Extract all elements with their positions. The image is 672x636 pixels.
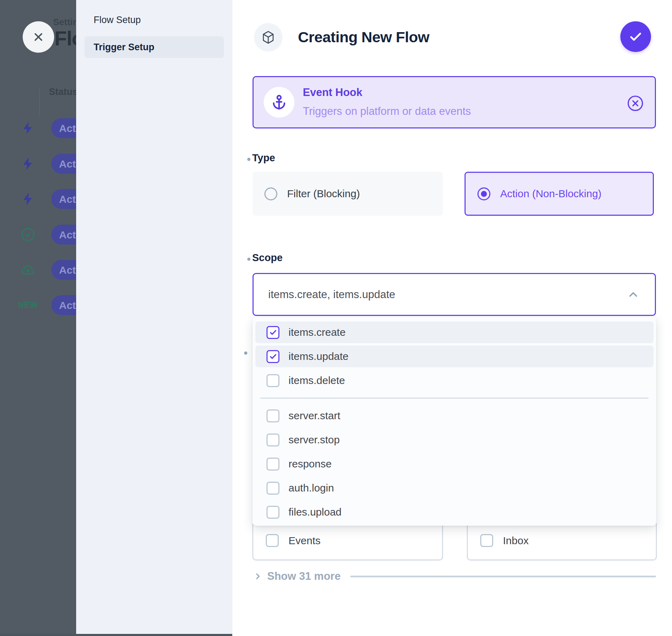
- table-row: Acti: [0, 217, 76, 252]
- type-option-label: Action (Non-Blocking): [500, 188, 601, 200]
- bolt-icon: [20, 120, 36, 136]
- collection-option-inbox[interactable]: Inbox: [467, 521, 657, 560]
- dropdown-divider: [260, 398, 649, 399]
- drawer-title: Creating New Flow: [298, 29, 429, 46]
- scope-option-items-delete[interactable]: items.delete: [255, 370, 653, 391]
- trigger-icon-circle: [264, 87, 294, 118]
- scope-option-auth-login[interactable]: auth.login: [255, 477, 653, 499]
- collection-option-label: Events: [288, 535, 321, 547]
- collection-option-label: Inbox: [503, 535, 528, 547]
- check-icon: [628, 29, 644, 45]
- box-icon: [261, 30, 276, 45]
- table-row: Acti: [0, 111, 76, 146]
- scope-option-response[interactable]: response: [255, 453, 653, 475]
- scope-option-label: auth.login: [288, 482, 334, 494]
- bolt-icon: [20, 191, 36, 207]
- scope-option-label: server.start: [288, 410, 340, 422]
- checkbox-unchecked-icon: [266, 506, 279, 519]
- save-button[interactable]: [620, 21, 651, 52]
- hidden-field-dot: [244, 352, 247, 355]
- nav-item-trigger-setup[interactable]: Trigger Setup: [85, 36, 224, 58]
- checkbox-checked-icon: [266, 326, 279, 339]
- scope-option-label: response: [288, 458, 331, 470]
- show-more-label: Show 31 more: [267, 570, 341, 583]
- status-badge: Acti: [51, 295, 76, 315]
- radio-unchecked-icon: [264, 187, 277, 200]
- status-badge: Acti: [51, 154, 76, 174]
- scope-options-dropdown: items.create items.update items.delete s…: [253, 317, 656, 526]
- table-row: Acti: [0, 146, 76, 181]
- table-row: Acti: [0, 252, 76, 287]
- selected-trigger-card[interactable]: Event Hook Triggers on platform or data …: [253, 76, 656, 128]
- trigger-card-subtitle: Triggers on platform or data events: [303, 105, 471, 118]
- new-label: NEW: [20, 297, 36, 313]
- status-badge: Acti: [51, 260, 76, 280]
- table-row: NEW Acti: [0, 288, 76, 323]
- scope-option-items-update[interactable]: items.update: [255, 346, 653, 367]
- table-row: Acti: [0, 182, 76, 216]
- checkbox-unchecked-icon: [266, 409, 279, 422]
- status-badge: Acti: [51, 189, 76, 209]
- create-flow-drawer: Creating New Flow Event Hook Triggers on…: [232, 0, 672, 636]
- check-circle-icon: [20, 226, 36, 243]
- show-more-button[interactable]: Show 31 more: [253, 568, 656, 585]
- status-badge: Acti: [51, 225, 76, 245]
- nav-item-label: Flow Setup: [94, 15, 141, 25]
- background-page-title: Flo: [54, 27, 76, 50]
- collection-option-events[interactable]: Events: [253, 521, 443, 560]
- status-badge: Acti: [51, 118, 76, 138]
- background-bottom-edge: [0, 634, 232, 636]
- drawer-nav-panel: Flow Setup Trigger Setup: [76, 0, 232, 636]
- status-column-header: Status: [49, 87, 76, 97]
- nav-item-label: Trigger Setup: [94, 42, 154, 53]
- field-edited-dot: [247, 158, 250, 161]
- type-option-filter[interactable]: Filter (Blocking): [253, 172, 443, 216]
- breadcrumb: Settin: [53, 17, 76, 28]
- scope-option-server-stop[interactable]: server.stop: [255, 429, 653, 451]
- scope-option-files-upload[interactable]: files.upload: [255, 501, 653, 523]
- radio-checked-icon: [477, 187, 490, 200]
- checkbox-unchecked-icon: [266, 434, 279, 446]
- scope-option-items-create[interactable]: items.create: [255, 321, 653, 343]
- flow-avatar: [254, 23, 283, 52]
- scope-select-input[interactable]: items.create, items.update: [253, 273, 656, 316]
- checkbox-unchecked-icon: [266, 534, 279, 547]
- close-icon: [31, 29, 46, 45]
- scope-option-label: server.stop: [288, 434, 340, 446]
- trigger-card-title: Event Hook: [303, 86, 363, 99]
- type-option-action[interactable]: Action (Non-Blocking): [465, 172, 654, 216]
- bolt-icon: [20, 155, 36, 172]
- remove-trigger-button[interactable]: [626, 94, 644, 112]
- field-edited-dot: [247, 258, 250, 261]
- scope-select-value: items.create, items.update: [268, 288, 395, 301]
- scope-option-label: items.update: [288, 350, 349, 362]
- scope-option-label: items.create: [288, 326, 345, 338]
- chevron-up-icon[interactable]: [626, 288, 640, 302]
- scope-option-server-start[interactable]: server.start: [255, 405, 653, 427]
- nav-item-flow-setup[interactable]: Flow Setup: [85, 9, 224, 31]
- scope-field-label: Scope: [252, 252, 283, 264]
- checkbox-checked-icon: [266, 350, 279, 363]
- x-circle-icon: [626, 94, 644, 112]
- checkbox-unchecked-icon: [266, 458, 279, 471]
- cloud-upload-icon: [20, 261, 36, 278]
- checkbox-unchecked-icon: [480, 534, 493, 547]
- close-drawer-button[interactable]: [23, 21, 54, 53]
- anchor-icon: [270, 94, 288, 111]
- scope-option-label: files.upload: [288, 506, 342, 518]
- type-option-label: Filter (Blocking): [287, 188, 360, 200]
- checkbox-unchecked-icon: [266, 482, 279, 495]
- chevron-right-icon: [253, 571, 263, 582]
- dimmed-background-page: Settin Flo Status Acti Acti Acti Acti: [0, 0, 76, 636]
- show-more-rule: [350, 576, 656, 577]
- scope-option-label: items.delete: [288, 375, 345, 386]
- type-field-label: Type: [252, 152, 275, 164]
- checkbox-unchecked-icon: [266, 374, 279, 387]
